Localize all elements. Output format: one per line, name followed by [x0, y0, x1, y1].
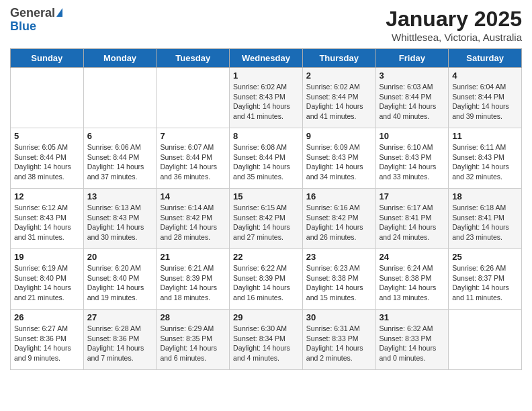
day-number: 4	[452, 71, 518, 81]
day-info: Sunrise: 6:13 AMSunset: 8:43 PMDaylight:…	[87, 203, 153, 242]
logo-general-line: General	[10, 7, 62, 20]
calendar-cell: 30Sunrise: 6:31 AMSunset: 8:33 PMDayligh…	[302, 310, 375, 370]
day-number: 17	[380, 191, 445, 201]
calendar-week-5: 26Sunrise: 6:27 AMSunset: 8:36 PMDayligh…	[11, 310, 522, 370]
calendar-cell: 5Sunrise: 6:05 AMSunset: 8:44 PMDaylight…	[11, 128, 84, 189]
calendar-cell: 11Sunrise: 6:11 AMSunset: 8:43 PMDayligh…	[449, 128, 522, 189]
logo-general-text: General	[10, 6, 55, 19]
day-info: Sunrise: 6:08 AMSunset: 8:44 PMDaylight:…	[233, 142, 299, 182]
calendar-cell: 21Sunrise: 6:21 AMSunset: 8:39 PMDayligh…	[157, 249, 230, 310]
logo-blue-line: Blue	[10, 20, 62, 34]
calendar-week-2: 5Sunrise: 6:05 AMSunset: 8:44 PMDaylight…	[11, 128, 522, 189]
day-number: 16	[306, 191, 372, 201]
day-number: 7	[160, 131, 226, 141]
day-info: Sunrise: 6:02 AMSunset: 8:44 PMDaylight:…	[306, 82, 372, 122]
calendar-table: SundayMondayTuesdayWednesdayThursdayFrid…	[10, 48, 522, 370]
calendar-cell: 13Sunrise: 6:13 AMSunset: 8:43 PMDayligh…	[83, 189, 157, 249]
weekday-header-row: SundayMondayTuesdayWednesdayThursdayFrid…	[11, 49, 522, 68]
day-info: Sunrise: 6:02 AMSunset: 8:43 PMDaylight:…	[233, 82, 299, 122]
calendar-cell: 4Sunrise: 6:04 AMSunset: 8:44 PMDaylight…	[449, 68, 522, 128]
calendar-cell	[157, 68, 230, 128]
calendar-cell: 28Sunrise: 6:29 AMSunset: 8:35 PMDayligh…	[157, 310, 230, 370]
calendar-cell	[83, 68, 157, 128]
calendar-cell: 8Sunrise: 6:08 AMSunset: 8:44 PMDaylight…	[230, 128, 303, 189]
calendar-cell: 29Sunrise: 6:30 AMSunset: 8:34 PMDayligh…	[230, 310, 303, 370]
day-number: 22	[233, 252, 299, 262]
day-info: Sunrise: 6:30 AMSunset: 8:34 PMDaylight:…	[233, 324, 299, 363]
day-number: 24	[380, 252, 445, 262]
page-header: General Blue January 2025 Whittlesea, Vi…	[10, 7, 522, 43]
day-info: Sunrise: 6:03 AMSunset: 8:44 PMDaylight:…	[380, 82, 445, 122]
logo: General Blue	[10, 7, 62, 34]
day-info: Sunrise: 6:23 AMSunset: 8:38 PMDaylight:…	[306, 263, 372, 303]
day-info: Sunrise: 6:32 AMSunset: 8:33 PMDaylight:…	[380, 324, 445, 363]
day-number: 27	[87, 312, 153, 322]
calendar-cell: 6Sunrise: 6:06 AMSunset: 8:44 PMDaylight…	[83, 128, 157, 189]
calendar-cell: 20Sunrise: 6:20 AMSunset: 8:40 PMDayligh…	[83, 249, 157, 310]
calendar-cell: 17Sunrise: 6:17 AMSunset: 8:41 PMDayligh…	[375, 189, 449, 249]
weekday-header-sunday: Sunday	[11, 49, 84, 68]
day-number: 9	[306, 131, 372, 141]
weekday-header-friday: Friday	[375, 49, 449, 68]
day-number: 12	[14, 191, 80, 201]
day-info: Sunrise: 6:20 AMSunset: 8:40 PMDaylight:…	[87, 263, 153, 303]
day-number: 13	[87, 191, 153, 201]
calendar-cell: 15Sunrise: 6:15 AMSunset: 8:42 PMDayligh…	[230, 189, 303, 249]
day-number: 18	[452, 191, 518, 201]
day-number: 25	[452, 252, 518, 262]
day-number: 1	[233, 71, 299, 81]
day-info: Sunrise: 6:19 AMSunset: 8:40 PMDaylight:…	[14, 263, 80, 303]
calendar-cell: 1Sunrise: 6:02 AMSunset: 8:43 PMDaylight…	[230, 68, 303, 128]
calendar-title: January 2025	[386, 7, 522, 32]
day-number: 23	[306, 252, 372, 262]
day-number: 8	[233, 131, 299, 141]
calendar-cell: 12Sunrise: 6:12 AMSunset: 8:43 PMDayligh…	[11, 189, 84, 249]
calendar-cell: 25Sunrise: 6:26 AMSunset: 8:37 PMDayligh…	[449, 249, 522, 310]
calendar-cell: 24Sunrise: 6:24 AMSunset: 8:38 PMDayligh…	[375, 249, 449, 310]
calendar-cell: 18Sunrise: 6:18 AMSunset: 8:41 PMDayligh…	[449, 189, 522, 249]
day-number: 10	[380, 131, 445, 141]
day-number: 3	[380, 71, 445, 81]
day-info: Sunrise: 6:31 AMSunset: 8:33 PMDaylight:…	[306, 324, 372, 363]
day-number: 29	[233, 312, 299, 322]
day-number: 2	[306, 71, 372, 81]
calendar-cell	[11, 68, 84, 128]
day-number: 30	[306, 312, 372, 322]
day-info: Sunrise: 6:15 AMSunset: 8:42 PMDaylight:…	[233, 203, 299, 242]
day-info: Sunrise: 6:16 AMSunset: 8:42 PMDaylight:…	[306, 203, 372, 242]
calendar-cell: 16Sunrise: 6:16 AMSunset: 8:42 PMDayligh…	[302, 189, 375, 249]
day-number: 21	[160, 252, 226, 262]
day-number: 31	[380, 312, 445, 322]
day-info: Sunrise: 6:21 AMSunset: 8:39 PMDaylight:…	[160, 263, 226, 303]
calendar-cell: 27Sunrise: 6:28 AMSunset: 8:36 PMDayligh…	[83, 310, 157, 370]
day-info: Sunrise: 6:18 AMSunset: 8:41 PMDaylight:…	[452, 203, 518, 242]
logo-blue-text: Blue	[10, 19, 36, 33]
calendar-cell: 3Sunrise: 6:03 AMSunset: 8:44 PMDaylight…	[375, 68, 449, 128]
calendar-cell: 2Sunrise: 6:02 AMSunset: 8:44 PMDaylight…	[302, 68, 375, 128]
day-number: 15	[233, 191, 299, 201]
day-info: Sunrise: 6:09 AMSunset: 8:43 PMDaylight:…	[306, 142, 372, 182]
day-info: Sunrise: 6:17 AMSunset: 8:41 PMDaylight:…	[380, 203, 445, 242]
day-info: Sunrise: 6:14 AMSunset: 8:42 PMDaylight:…	[160, 203, 226, 242]
weekday-header-thursday: Thursday	[302, 49, 375, 68]
calendar-subtitle: Whittlesea, Victoria, Australia	[386, 32, 522, 43]
day-number: 11	[452, 131, 518, 141]
day-info: Sunrise: 6:29 AMSunset: 8:35 PMDaylight:…	[160, 324, 226, 363]
calendar-cell: 22Sunrise: 6:22 AMSunset: 8:39 PMDayligh…	[230, 249, 303, 310]
day-info: Sunrise: 6:07 AMSunset: 8:44 PMDaylight:…	[160, 142, 226, 182]
calendar-week-3: 12Sunrise: 6:12 AMSunset: 8:43 PMDayligh…	[11, 189, 522, 249]
day-number: 6	[87, 131, 153, 141]
calendar-week-1: 1Sunrise: 6:02 AMSunset: 8:43 PMDaylight…	[11, 68, 522, 128]
calendar-cell: 10Sunrise: 6:10 AMSunset: 8:43 PMDayligh…	[375, 128, 449, 189]
day-info: Sunrise: 6:11 AMSunset: 8:43 PMDaylight:…	[452, 142, 518, 182]
weekday-header-monday: Monday	[83, 49, 157, 68]
day-number: 5	[14, 131, 80, 141]
day-number: 20	[87, 252, 153, 262]
day-info: Sunrise: 6:28 AMSunset: 8:36 PMDaylight:…	[87, 324, 153, 363]
day-info: Sunrise: 6:04 AMSunset: 8:44 PMDaylight:…	[452, 82, 518, 122]
day-number: 14	[160, 191, 226, 201]
calendar-cell: 19Sunrise: 6:19 AMSunset: 8:40 PMDayligh…	[11, 249, 84, 310]
day-number: 19	[14, 252, 80, 262]
calendar-cell	[449, 310, 522, 370]
weekday-header-wednesday: Wednesday	[230, 49, 303, 68]
